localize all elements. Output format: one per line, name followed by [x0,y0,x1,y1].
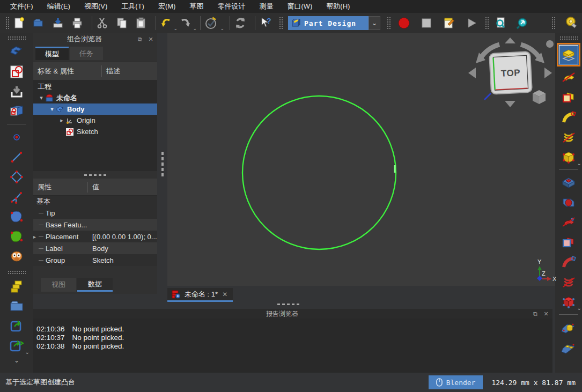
menu-sketch[interactable]: 草图 [182,0,210,13]
measure-icon[interactable] [564,16,578,30]
tree-item-project[interactable]: 工程 [33,81,157,92]
create-group-icon[interactable] [8,276,26,296]
float-panel-icon[interactable]: ⧉ [531,310,540,317]
sketch-point-icon[interactable] [8,127,26,147]
tab-tasks[interactable]: 任务 [70,47,103,60]
fillet-icon[interactable] [559,317,578,337]
zoom-in-icon[interactable] [515,16,529,30]
redo-icon[interactable]: ⌄ [179,16,193,30]
subtractive-primitive-icon[interactable]: ⌄ [559,292,578,312]
tree-item-sketch[interactable]: Sketch [33,126,157,137]
print-icon[interactable] [70,16,84,30]
property-row-base-feature[interactable]: Base Featu... [33,219,157,231]
sketch-line-icon[interactable] [8,147,26,167]
validate-sketch-icon[interactable]: ⌄ [204,16,218,30]
toolbar-grip[interactable] [279,17,284,29]
tree-item-origin[interactable]: ▸ Origin [33,115,157,126]
copy-icon[interactable] [115,16,129,30]
expander-icon[interactable]: ▸ [58,117,65,124]
undo-icon[interactable]: ⌄ [159,16,173,30]
whats-this-icon[interactable]: ? [259,16,272,30]
tab-model[interactable]: 模型 [35,47,69,60]
sketch-polyline-icon[interactable] [8,187,26,206]
make-link-icon[interactable] [8,316,26,336]
toolbar-grip[interactable] [5,17,10,29]
menu-edit[interactable]: 编辑(E) [40,0,77,13]
macro-stop-icon[interactable] [419,16,433,30]
folder-icon[interactable] [8,296,26,316]
map-sketch-icon[interactable] [8,101,26,121]
replace-link-icon[interactable]: ⌄ [8,336,26,356]
workbench-selector[interactable]: Part Design ⌄ [288,16,380,30]
expander-icon[interactable]: ▾ [38,94,45,101]
redo-dropdown-icon[interactable]: ⌄ [193,26,197,31]
navigation-cube[interactable]: TOP [464,38,556,114]
create-body-icon[interactable] [8,42,26,62]
tree-item-body[interactable]: ▾ Body [33,103,157,115]
refresh-icon[interactable] [233,16,247,30]
vertical-splitter[interactable] [161,152,164,177]
close-panel-icon[interactable]: ✕ [542,310,550,317]
zoom-selection-icon[interactable] [494,16,508,30]
horizontal-splitter[interactable] [277,304,300,305]
dropdown-chevron-icon[interactable]: ⌄ [577,160,581,166]
toolbar-grip[interactable] [551,17,556,29]
float-panel-icon[interactable]: ⧉ [136,36,144,43]
open-document-icon[interactable] [32,16,46,30]
cut-icon[interactable] [95,16,109,30]
macro-edit-icon[interactable] [442,16,456,30]
save-document-icon[interactable] [51,16,65,30]
create-sketch-icon[interactable] [8,62,26,82]
macro-play-icon[interactable] [465,16,478,30]
menu-tools[interactable]: 工具(T) [114,0,151,13]
dropdown-chevron-icon[interactable]: ⌄ [25,349,30,355]
chamfer-icon[interactable] [559,337,578,357]
subtractive-loft-icon[interactable] [559,232,578,252]
menu-windows[interactable]: 窗口(W) [280,0,319,13]
sketch-bspline-icon[interactable] [8,206,26,226]
close-panel-icon[interactable]: ✕ [146,36,155,43]
left-toolbar-overflow-icon[interactable]: ⌄ [14,357,19,364]
macro-record-icon[interactable] [397,16,411,30]
menu-part-design[interactable]: 零件设计 [210,0,252,13]
subtractive-pipe-icon[interactable] [559,252,578,272]
expander-icon[interactable]: ▾ [48,106,56,113]
new-document-icon[interactable] [12,16,26,30]
property-group-basic[interactable]: 基本 [33,196,157,207]
revolution-icon[interactable] [559,68,578,87]
sheep-icon[interactable] [8,246,26,266]
paste-icon[interactable] [134,16,148,30]
toolbar-grip[interactable] [485,17,490,29]
dropdown-chevron-icon[interactable]: ⌄ [577,305,581,311]
document-tab[interactable]: 未命名 : 1* ✕ [167,288,233,302]
menu-file[interactable]: 文件(F) [3,0,40,13]
additive-loft-icon[interactable] [559,87,578,107]
workbench-dropdown-icon[interactable]: ⌄ [369,16,380,30]
sketch-face-icon[interactable] [8,226,26,246]
hole-icon[interactable] [559,193,578,212]
property-row-tip[interactable]: Tip [33,207,157,219]
additive-pipe-icon[interactable] [559,107,578,127]
subtractive-helix-icon[interactable] [559,272,578,292]
report-log[interactable]: 02:10:36No point picked. 02:10:37No poin… [33,319,552,373]
right-toolbar-grip[interactable] [559,36,578,40]
menu-view[interactable]: 视图(V) [77,0,114,13]
expander-icon[interactable]: ▸ [33,234,36,240]
pad-icon[interactable] [557,43,580,66]
undo-dropdown-icon[interactable]: ⌄ [173,26,178,31]
left-toolbar-grip[interactable] [8,270,26,275]
groove-icon[interactable] [559,212,578,232]
pocket-icon[interactable] [559,173,578,193]
panel-splitter[interactable] [33,171,157,179]
property-row-label[interactable]: Label Body [33,242,157,254]
navigation-style-button[interactable]: Blender [429,375,483,389]
additive-primitive-icon[interactable]: ⌄ [559,147,578,167]
sketch-rectangle-icon[interactable] [8,167,26,187]
property-row-group[interactable]: Group Sketch [33,254,157,266]
menu-help[interactable]: 帮助(H) [319,0,357,13]
tree-item-document[interactable]: ▾ 未命名 [33,92,157,103]
property-row-placement[interactable]: ▸Placement [(0.00 0.00 1.00); 0.... [33,231,157,242]
menu-measure[interactable]: 测量 [252,0,280,13]
tab-view-properties[interactable]: 视图 [41,278,76,292]
sketch-circle[interactable] [242,96,396,249]
